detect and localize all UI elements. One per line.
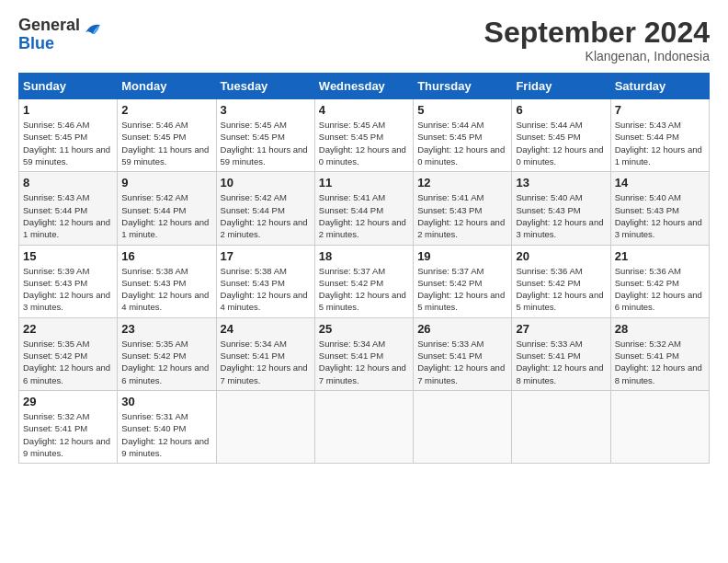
day-number: 23 — [121, 322, 211, 336]
calendar-cell — [216, 390, 314, 463]
day-info: Sunrise: 5:40 AM Sunset: 5:43 PM Dayligh… — [516, 191, 606, 240]
day-info: Sunrise: 5:46 AM Sunset: 5:45 PM Dayligh… — [23, 119, 113, 167]
day-info: Sunrise: 5:38 AM Sunset: 5:43 PM Dayligh… — [221, 265, 311, 314]
calendar-body: 1 Sunrise: 5:46 AM Sunset: 5:45 PM Dayli… — [19, 99, 710, 464]
day-info: Sunrise: 5:42 AM Sunset: 5:44 PM Dayligh… — [221, 191, 311, 240]
calendar-cell: 9 Sunrise: 5:42 AM Sunset: 5:44 PM Dayli… — [118, 172, 216, 245]
day-info: Sunrise: 5:46 AM Sunset: 5:45 PM Dayligh… — [121, 119, 211, 167]
day-number: 25 — [319, 322, 409, 336]
month-title: September 2024 — [484, 17, 710, 49]
calendar-day-header: Thursday — [414, 74, 512, 99]
day-number: 15 — [23, 249, 113, 263]
day-number: 29 — [23, 395, 113, 408]
day-info: Sunrise: 5:35 AM Sunset: 5:42 PM Dayligh… — [23, 338, 113, 386]
calendar-week-row: 15 Sunrise: 5:39 AM Sunset: 5:43 PM Dayl… — [19, 245, 710, 317]
day-number: 17 — [221, 249, 311, 263]
calendar-cell — [512, 390, 610, 463]
day-info: Sunrise: 5:37 AM Sunset: 5:42 PM Dayligh… — [417, 265, 507, 314]
calendar-week-row: 22 Sunrise: 5:35 AM Sunset: 5:42 PM Dayl… — [19, 317, 710, 390]
calendar-day-header: Sunday — [19, 74, 118, 99]
day-info: Sunrise: 5:44 AM Sunset: 5:45 PM Dayligh… — [516, 119, 606, 167]
calendar-table: SundayMondayTuesdayWednesdayThursdayFrid… — [18, 73, 710, 464]
calendar-cell: 20 Sunrise: 5:36 AM Sunset: 5:42 PM Dayl… — [512, 245, 610, 317]
calendar-day-header: Tuesday — [216, 74, 314, 99]
calendar-cell: 23 Sunrise: 5:35 AM Sunset: 5:42 PM Dayl… — [118, 317, 216, 390]
day-info: Sunrise: 5:38 AM Sunset: 5:43 PM Dayligh… — [121, 265, 211, 314]
day-number: 10 — [221, 176, 311, 190]
calendar-cell: 3 Sunrise: 5:45 AM Sunset: 5:45 PM Dayli… — [216, 99, 314, 172]
calendar-week-row: 8 Sunrise: 5:43 AM Sunset: 5:44 PM Dayli… — [19, 172, 710, 245]
calendar-cell: 18 Sunrise: 5:37 AM Sunset: 5:42 PM Dayl… — [314, 245, 413, 317]
logo-blue: Blue — [18, 35, 80, 53]
day-info: Sunrise: 5:41 AM Sunset: 5:44 PM Dayligh… — [319, 191, 409, 240]
calendar-cell: 22 Sunrise: 5:35 AM Sunset: 5:42 PM Dayl… — [19, 317, 118, 390]
day-number: 14 — [615, 176, 705, 190]
day-info: Sunrise: 5:44 AM Sunset: 5:45 PM Dayligh… — [417, 119, 507, 167]
day-info: Sunrise: 5:45 AM Sunset: 5:45 PM Dayligh… — [221, 119, 311, 167]
day-number: 16 — [121, 249, 211, 263]
calendar-cell — [314, 390, 413, 463]
calendar-cell: 25 Sunrise: 5:34 AM Sunset: 5:41 PM Dayl… — [314, 317, 413, 390]
day-info: Sunrise: 5:31 AM Sunset: 5:40 PM Dayligh… — [121, 410, 211, 459]
logo-general: General — [18, 17, 80, 35]
calendar-cell: 19 Sunrise: 5:37 AM Sunset: 5:42 PM Dayl… — [414, 245, 512, 317]
day-number: 18 — [319, 249, 409, 263]
calendar-cell: 15 Sunrise: 5:39 AM Sunset: 5:43 PM Dayl… — [19, 245, 118, 317]
day-info: Sunrise: 5:37 AM Sunset: 5:42 PM Dayligh… — [319, 265, 409, 314]
calendar-cell: 4 Sunrise: 5:45 AM Sunset: 5:45 PM Dayli… — [314, 99, 413, 172]
calendar-cell: 1 Sunrise: 5:46 AM Sunset: 5:45 PM Dayli… — [19, 99, 118, 172]
day-info: Sunrise: 5:43 AM Sunset: 5:44 PM Dayligh… — [615, 119, 705, 167]
calendar-cell: 8 Sunrise: 5:43 AM Sunset: 5:44 PM Dayli… — [19, 172, 118, 245]
day-info: Sunrise: 5:45 AM Sunset: 5:45 PM Dayligh… — [319, 119, 409, 167]
header: General Blue September 2024 Klangenan, I… — [18, 17, 710, 63]
day-number: 5 — [417, 103, 507, 117]
calendar-cell: 14 Sunrise: 5:40 AM Sunset: 5:43 PM Dayl… — [610, 172, 709, 245]
calendar-week-row: 1 Sunrise: 5:46 AM Sunset: 5:45 PM Dayli… — [19, 99, 710, 172]
day-number: 19 — [417, 249, 507, 263]
calendar-cell: 7 Sunrise: 5:43 AM Sunset: 5:44 PM Dayli… — [610, 99, 709, 172]
day-number: 4 — [319, 103, 409, 117]
logo-bird-icon — [82, 19, 102, 40]
day-info: Sunrise: 5:41 AM Sunset: 5:43 PM Dayligh… — [417, 191, 507, 240]
day-info: Sunrise: 5:36 AM Sunset: 5:42 PM Dayligh… — [516, 265, 606, 314]
day-number: 9 — [121, 176, 211, 190]
calendar-cell: 21 Sunrise: 5:36 AM Sunset: 5:42 PM Dayl… — [610, 245, 709, 317]
day-number: 12 — [417, 176, 507, 190]
day-number: 7 — [615, 103, 705, 117]
day-info: Sunrise: 5:35 AM Sunset: 5:42 PM Dayligh… — [121, 338, 211, 386]
day-number: 3 — [221, 103, 311, 117]
day-info: Sunrise: 5:32 AM Sunset: 5:41 PM Dayligh… — [23, 410, 113, 459]
day-number: 22 — [23, 322, 113, 336]
day-info: Sunrise: 5:33 AM Sunset: 5:41 PM Dayligh… — [417, 338, 507, 386]
location: Klangenan, Indonesia — [484, 49, 710, 63]
calendar-cell — [610, 390, 709, 463]
calendar-cell: 16 Sunrise: 5:38 AM Sunset: 5:43 PM Dayl… — [118, 245, 216, 317]
calendar-cell: 6 Sunrise: 5:44 AM Sunset: 5:45 PM Dayli… — [512, 99, 610, 172]
day-number: 30 — [121, 395, 211, 408]
calendar-cell: 30 Sunrise: 5:31 AM Sunset: 5:40 PM Dayl… — [118, 390, 216, 463]
day-info: Sunrise: 5:40 AM Sunset: 5:43 PM Dayligh… — [615, 191, 705, 240]
day-number: 2 — [121, 103, 211, 117]
day-number: 26 — [417, 322, 507, 336]
day-number: 1 — [23, 103, 113, 117]
calendar-cell: 5 Sunrise: 5:44 AM Sunset: 5:45 PM Dayli… — [414, 99, 512, 172]
calendar-cell: 2 Sunrise: 5:46 AM Sunset: 5:45 PM Dayli… — [118, 99, 216, 172]
day-number: 20 — [516, 249, 606, 263]
day-number: 8 — [23, 176, 113, 190]
calendar-cell — [414, 390, 512, 463]
day-info: Sunrise: 5:39 AM Sunset: 5:43 PM Dayligh… — [23, 265, 113, 314]
day-info: Sunrise: 5:42 AM Sunset: 5:44 PM Dayligh… — [121, 191, 211, 240]
calendar-cell: 17 Sunrise: 5:38 AM Sunset: 5:43 PM Dayl… — [216, 245, 314, 317]
calendar-cell: 29 Sunrise: 5:32 AM Sunset: 5:41 PM Dayl… — [19, 390, 118, 463]
calendar-cell: 28 Sunrise: 5:32 AM Sunset: 5:41 PM Dayl… — [610, 317, 709, 390]
calendar-header-row: SundayMondayTuesdayWednesdayThursdayFrid… — [19, 74, 710, 99]
calendar-cell: 11 Sunrise: 5:41 AM Sunset: 5:44 PM Dayl… — [314, 172, 413, 245]
day-number: 28 — [615, 322, 705, 336]
calendar-week-row: 29 Sunrise: 5:32 AM Sunset: 5:41 PM Dayl… — [19, 390, 710, 463]
calendar-day-header: Wednesday — [314, 74, 413, 99]
day-number: 27 — [516, 322, 606, 336]
calendar-cell: 26 Sunrise: 5:33 AM Sunset: 5:41 PM Dayl… — [414, 317, 512, 390]
calendar-day-header: Saturday — [610, 74, 709, 99]
calendar-cell: 13 Sunrise: 5:40 AM Sunset: 5:43 PM Dayl… — [512, 172, 610, 245]
calendar-cell: 24 Sunrise: 5:34 AM Sunset: 5:41 PM Dayl… — [216, 317, 314, 390]
